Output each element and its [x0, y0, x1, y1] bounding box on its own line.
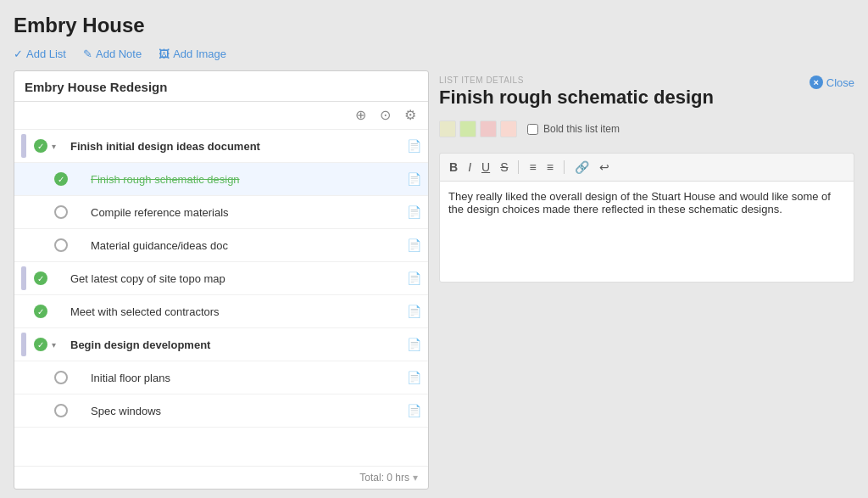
list-item[interactable]: Compile reference materials 📄 — [14, 196, 428, 229]
main-toolbar: ✓ Add List ✎ Add Note 🖼 Add Image — [14, 48, 854, 60]
unordered-list-button[interactable]: ≡ — [544, 159, 556, 176]
check-circle-filled-icon: ✓ — [34, 338, 47, 351]
item-label: Begin design development — [67, 339, 403, 351]
drag-handle — [21, 333, 26, 356]
item-label: Spec windows — [87, 405, 403, 417]
close-circle-icon: × — [810, 76, 823, 89]
list-body: ✓ ▾ Finish initial design ideas document… — [14, 130, 428, 466]
drag-handle — [21, 299, 26, 323]
drag-handle — [42, 366, 47, 389]
detail-textarea[interactable] — [439, 181, 854, 283]
note-icon[interactable]: 📄 — [407, 172, 421, 186]
note-icon[interactable]: 📄 — [407, 338, 421, 351]
add-item-button[interactable]: ⊕ — [352, 107, 370, 124]
check-circle-empty-icon — [54, 404, 68, 417]
separator — [518, 160, 519, 174]
item-checkbox[interactable] — [53, 204, 69, 220]
item-label: Finish initial design ideas document — [67, 140, 403, 153]
item-checkbox[interactable]: ✓ — [33, 337, 48, 352]
item-checkbox[interactable] — [53, 238, 69, 253]
strikethrough-button[interactable]: S — [498, 159, 510, 176]
list-item[interactable]: ✓ ▾ Begin design development 📄 — [14, 328, 428, 361]
list-item[interactable]: Material guidance/ideas doc 📄 — [14, 229, 428, 262]
page-title: Embry House — [14, 14, 854, 37]
item-label: Material guidance/ideas doc — [87, 239, 403, 252]
swatch-pink[interactable] — [500, 120, 517, 137]
total-label: Total: 0 hrs — [359, 472, 409, 484]
item-checkbox[interactable]: ✓ — [33, 138, 48, 154]
drag-handle — [21, 134, 26, 158]
check-circle-empty-icon — [54, 205, 68, 219]
drag-handle — [42, 399, 47, 422]
italic-button[interactable]: I — [465, 159, 474, 176]
left-panel: Embry House Redesign ⊕ ⊙ ⚙ ✓ ▾ Finish in… — [14, 70, 429, 490]
item-checkbox[interactable]: ✓ — [33, 271, 48, 286]
note-icon[interactable]: 📄 — [407, 404, 421, 417]
bold-button[interactable]: B — [447, 159, 460, 176]
bold-checkbox-label: Bold this list item — [543, 123, 620, 135]
expand-icon[interactable]: ▾ — [52, 142, 64, 151]
check-circle-filled-icon: ✓ — [54, 172, 68, 186]
list-item[interactable]: ✓ ▾ Finish initial design ideas document… — [14, 130, 428, 163]
note-icon[interactable]: 📄 — [407, 271, 421, 285]
swatch-yellow[interactable] — [439, 120, 456, 137]
item-checkbox[interactable]: ✓ — [33, 304, 48, 319]
note-icon[interactable]: 📄 — [407, 139, 421, 153]
main-content: Embry House Redesign ⊕ ⊙ ⚙ ✓ ▾ Finish in… — [14, 70, 854, 490]
swatch-red[interactable] — [480, 120, 497, 137]
check-circle-empty-icon — [54, 238, 68, 252]
check-circle-filled-icon: ✓ — [34, 305, 47, 318]
settings-button[interactable]: ⚙ — [401, 107, 420, 124]
list-item[interactable]: Spec windows 📄 — [14, 394, 428, 428]
help-button[interactable]: ⊙ — [376, 107, 394, 124]
note-icon[interactable]: 📄 — [407, 238, 421, 252]
list-item[interactable]: Initial floor plans 📄 — [14, 361, 428, 394]
detail-title: Finish rough schematic design — [439, 87, 714, 109]
section-label: LIST ITEM DETAILS — [439, 76, 714, 85]
note-icon[interactable]: 📄 — [407, 371, 421, 384]
expand-icon[interactable]: ▾ — [52, 340, 64, 350]
check-icon: ✓ — [14, 48, 23, 60]
drag-handle — [21, 266, 26, 290]
list-header: Embry House Redesign — [14, 71, 428, 102]
footer-chevron-icon[interactable]: ▾ — [413, 472, 418, 484]
item-checkbox[interactable] — [53, 370, 69, 385]
drag-handle — [42, 167, 47, 191]
add-note-button[interactable]: ✎ Add Note — [83, 48, 142, 60]
drag-handle — [42, 200, 47, 224]
item-label: Initial floor plans — [87, 372, 403, 384]
close-button[interactable]: × Close — [810, 76, 854, 89]
bold-checkbox[interactable] — [527, 124, 538, 135]
item-checkbox[interactable]: ✓ — [53, 171, 69, 187]
list-item[interactable]: ✓ Meet with selected contractors 📄 — [14, 295, 428, 328]
note-icon[interactable]: 📄 — [407, 305, 421, 318]
check-circle-filled-icon: ✓ — [34, 139, 47, 153]
list-item[interactable]: ✓ Get latest copy of site topo map 📄 — [14, 262, 428, 295]
image-icon: 🖼 — [159, 48, 170, 60]
item-checkbox[interactable] — [53, 403, 69, 418]
add-list-button[interactable]: ✓ Add List — [14, 48, 66, 60]
unlink-button[interactable]: ↩ — [597, 159, 612, 176]
note-icon[interactable]: 📄 — [407, 205, 421, 219]
right-panel: LIST ITEM DETAILS Finish rough schematic… — [439, 70, 854, 490]
link-button[interactable]: 🔗 — [572, 159, 592, 176]
item-label: Meet with selected contractors — [67, 305, 403, 318]
list-title: Embry House Redesign — [25, 80, 167, 94]
underline-button[interactable]: U — [479, 159, 492, 176]
detail-header: LIST ITEM DETAILS Finish rough schematic… — [439, 76, 854, 109]
add-image-button[interactable]: 🖼 Add Image — [159, 48, 226, 60]
item-label: Compile reference materials — [87, 206, 403, 219]
list-controls: ⊕ ⊙ ⚙ — [14, 102, 428, 130]
check-circle-empty-icon — [54, 371, 68, 384]
item-label: Get latest copy of site topo map — [67, 272, 403, 285]
drag-handle — [42, 233, 47, 257]
list-item[interactable]: ✓ Finish rough schematic design 📄 — [14, 163, 428, 196]
item-label: Finish rough schematic design — [87, 173, 403, 186]
pencil-icon: ✎ — [83, 48, 92, 60]
ordered-list-button[interactable]: ≡ — [526, 159, 538, 176]
swatch-green[interactable] — [459, 120, 476, 137]
list-footer: Total: 0 hrs ▾ — [14, 466, 428, 489]
color-swatches — [439, 120, 517, 137]
bold-checkbox-row: Bold this list item — [527, 123, 620, 135]
format-toolbar: B I U S ≡ ≡ 🔗 ↩ — [439, 153, 854, 181]
